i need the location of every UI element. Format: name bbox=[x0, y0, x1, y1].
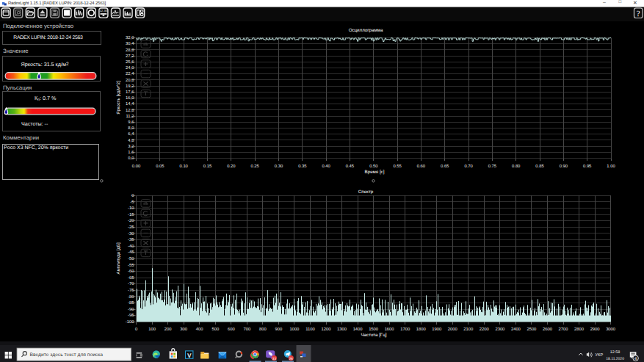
svg-text:18.11.2020: 18.11.2020 bbox=[606, 357, 624, 361]
svg-text:4: 4 bbox=[634, 357, 637, 361]
svg-text:Введите здесь текст для поиска: Введите здесь текст для поиска bbox=[30, 352, 104, 358]
svg-text:26: 26 bbox=[289, 357, 294, 361]
svg-text:12:58: 12:58 bbox=[610, 350, 621, 355]
svg-text:УКР: УКР bbox=[596, 353, 604, 358]
svg-text:V: V bbox=[187, 352, 192, 359]
svg-text:33: 33 bbox=[272, 357, 277, 361]
